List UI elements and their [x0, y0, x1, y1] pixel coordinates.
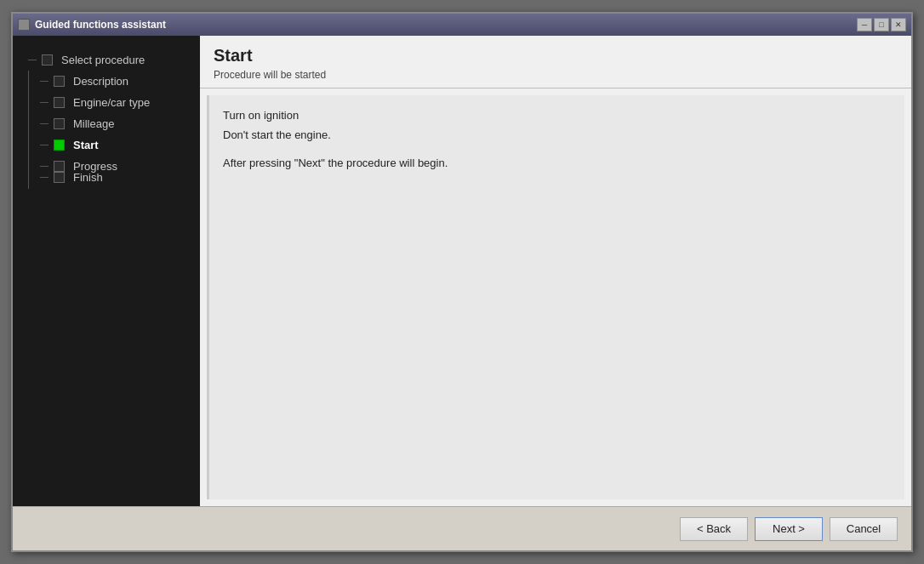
window-body: Select procedure Description [13, 36, 911, 506]
step-indicator-start [54, 140, 65, 151]
content-body: Turn on ignition Don't start the engine.… [207, 95, 904, 499]
instruction-line-2: Don't start the engine. [223, 127, 891, 145]
sidebar-item-milleage[interactable]: Milleage [40, 113, 197, 134]
sidebar-item-description[interactable]: Description [40, 71, 197, 92]
back-button[interactable]: < Back [680, 517, 748, 541]
step-indicator-select-procedure [42, 54, 53, 66]
sidebar-item-finish[interactable]: Finish [40, 165, 197, 189]
instruction-line-1: Turn on ignition [223, 107, 891, 125]
title-bar-buttons: ─ □ ✕ [857, 18, 906, 31]
sidebar-item-start[interactable]: Start [40, 134, 197, 156]
content-subtitle: Procedure will be started [214, 69, 898, 81]
sidebar-label-start: Start [70, 137, 102, 153]
instruction-spacer [223, 146, 891, 155]
content-header: Start Procedure will be started [200, 36, 911, 88]
instruction-text: Turn on ignition Don't start the engine.… [223, 107, 891, 172]
sidebar-label-select-procedure: Select procedure [58, 52, 148, 68]
step-indicator-finish [54, 172, 65, 183]
sidebar-label-finish: Finish [70, 169, 106, 185]
main-content: Start Procedure will be started Turn on … [200, 36, 911, 506]
minimize-button[interactable]: ─ [857, 18, 872, 31]
content-title: Start [214, 46, 898, 66]
sidebar-item-engine-car-type[interactable]: Engine/car type [40, 92, 197, 113]
footer: < Back Next > Cancel [13, 506, 911, 550]
step-indicator-description [54, 76, 65, 87]
sidebar-label-engine-car-type: Engine/car type [70, 94, 153, 111]
sidebar-start-row: Start [16, 134, 197, 156]
window-icon [18, 19, 30, 31]
sidebar-engine-row: Engine/car type [16, 92, 197, 113]
sidebar-item-select-procedure[interactable]: Select procedure [16, 49, 197, 71]
sidebar-description-row: Description [16, 71, 197, 92]
title-bar: Guided functions assistant ─ □ ✕ [13, 14, 911, 36]
sidebar: Select procedure Description [13, 36, 200, 506]
sidebar-label-description: Description [70, 73, 132, 89]
instruction-line-3: After pressing "Next" the procedure will… [223, 155, 891, 173]
main-window: Guided functions assistant ─ □ ✕ Select … [11, 12, 913, 552]
sidebar-milleage-row: Milleage [16, 113, 197, 134]
step-indicator-milleage [54, 118, 65, 129]
sidebar-finish-row: Finish [16, 177, 197, 189]
close-button[interactable]: ✕ [891, 18, 906, 31]
sidebar-tree: Select procedure Description [13, 43, 200, 196]
sidebar-label-milleage: Milleage [70, 116, 117, 132]
window-title: Guided functions assistant [35, 19, 852, 31]
step-indicator-engine-car-type [54, 97, 65, 108]
cancel-button[interactable]: Cancel [830, 517, 898, 541]
next-button[interactable]: Next > [755, 517, 823, 541]
maximize-button[interactable]: □ [874, 18, 889, 31]
